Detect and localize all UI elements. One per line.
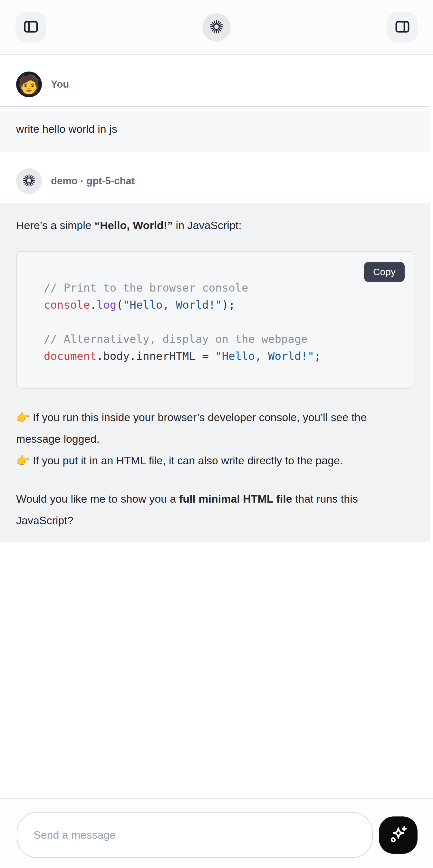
chat-app-screen: 🧑 You write hello world in js: [0, 0, 433, 868]
sidebar-left-toggle-icon: [23, 19, 39, 36]
user-message-text: write hello world in js: [16, 123, 117, 135]
person-emoji-icon: 🧑: [18, 75, 40, 93]
assistant-question-text: Would you like me to show you a full min…: [16, 488, 396, 531]
user-message-bubble: write hello world in js: [0, 106, 430, 151]
copy-code-button[interactable]: Copy: [364, 262, 405, 282]
message-list: 🧑 You write hello world in js: [0, 55, 433, 542]
top-bar: [0, 0, 433, 55]
assistant-tips-text: 👉 If you run this inside your browser’s …: [16, 407, 396, 471]
starburst-logo-icon: [209, 19, 224, 35]
user-avatar: 🧑: [16, 71, 42, 97]
code-block: Copy // Print to the browser console con…: [16, 251, 414, 389]
sidebar-right-toggle-button[interactable]: [387, 12, 417, 42]
assistant-author-row: demo · gpt-5-chat: [0, 168, 433, 194]
sidebar-right-toggle-icon: [394, 19, 411, 36]
sparkle-plus-icon: [388, 824, 409, 846]
composer-bar: [0, 798, 433, 868]
send-button[interactable]: [379, 816, 417, 854]
starburst-logo-icon: [22, 174, 36, 188]
message-input[interactable]: [17, 812, 373, 858]
user-author-row: 🧑 You: [0, 71, 433, 97]
code-content: // Print to the browser console console.…: [17, 252, 414, 388]
assistant-author-name: demo · gpt-5-chat: [51, 175, 135, 187]
assistant-intro-text: Here’s a simple “Hello, World!” in JavaS…: [16, 215, 396, 236]
user-author-name: You: [51, 79, 69, 90]
assistant-avatar: [16, 168, 42, 194]
app-logo-badge: [202, 13, 231, 41]
sidebar-left-toggle-button[interactable]: [16, 12, 46, 42]
assistant-message-bubble: Here’s a simple “Hello, World!” in JavaS…: [0, 203, 430, 542]
